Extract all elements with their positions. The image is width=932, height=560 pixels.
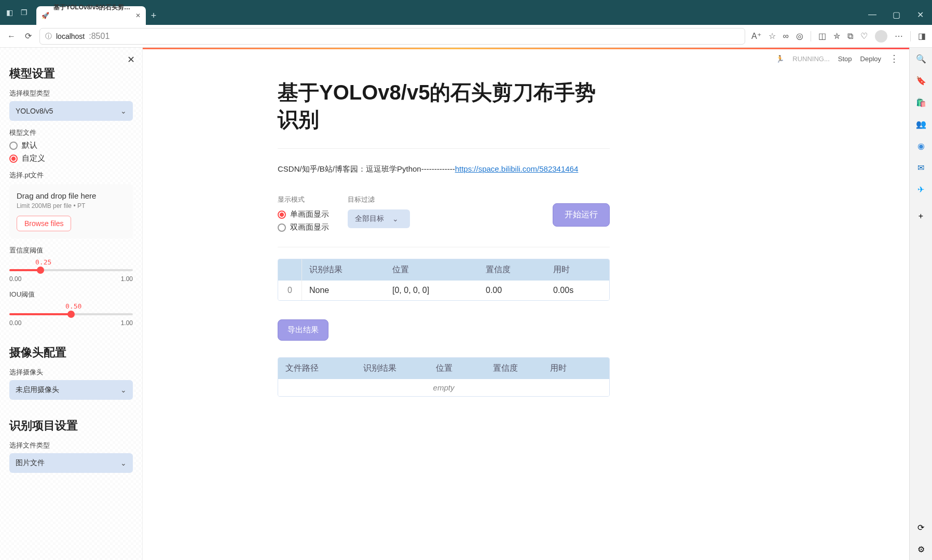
browser-tab[interactable]: 🚀 基于YOLOv8/v5的石头剪刀布手式 ✕ (36, 6, 146, 25)
minimize-icon[interactable]: — (860, 4, 884, 25)
copilot-icon[interactable]: ◉ (915, 140, 927, 151)
page-title: 基于YOLOv8/v5的石头剪刀布手势识别 (278, 79, 610, 133)
favorite-icon[interactable]: ☆ (769, 31, 776, 41)
settings-icon[interactable]: ⚙ (915, 543, 927, 555)
radio-default[interactable]: 默认 (9, 141, 133, 150)
profile-avatar[interactable] (875, 30, 887, 43)
search-icon[interactable]: 🔍 (915, 53, 927, 64)
th-result: 识别结果 (302, 259, 385, 281)
th-pos: 位置 (385, 259, 478, 281)
url-host: localhost (56, 32, 85, 40)
site-info-icon[interactable]: ⓘ (45, 32, 52, 41)
infinity-icon[interactable]: ∞ (783, 32, 789, 41)
td-time: 0.00s (546, 281, 603, 300)
conf-max: 1.00 (121, 275, 133, 283)
url-port: :8501 (89, 32, 109, 41)
radio-single-label: 单画面显示 (290, 209, 329, 219)
camera-select[interactable]: 未启用摄像头 ⌄ (9, 380, 133, 400)
meta-line: CSDN/知乎/B站/博客园：逗逗班学Python-------------ht… (278, 164, 610, 174)
customize-icon[interactable]: ⟳ (915, 522, 927, 533)
pt-file-label: 选择.pt文件 (9, 171, 133, 180)
td-result: None (302, 281, 385, 300)
deploy-button[interactable]: Deploy (860, 55, 881, 63)
th-conf2: 置信度 (486, 358, 543, 379)
sidebar-toggle-icon[interactable]: ◨ (918, 31, 926, 41)
radio-dual-view[interactable]: 双画面显示 (278, 222, 329, 232)
close-sidebar-icon[interactable]: ✕ (127, 54, 135, 65)
slider-thumb[interactable] (67, 311, 75, 318)
streamlit-app: ✕ 模型设置 选择模型类型 YOLOv8/v5 ⌄ 模型文件 默认 自定义 选择… (0, 48, 909, 560)
export-table: 文件路径 识别结果 位置 置信度 用时 empty (278, 357, 610, 397)
close-tab-icon[interactable]: ✕ (135, 12, 141, 19)
th-time: 用时 (546, 259, 603, 281)
table-empty: empty (278, 379, 609, 396)
menu-icon[interactable]: ⋮ (889, 53, 899, 64)
dropzone-title: Drag and drop file here (17, 191, 126, 200)
send-icon[interactable]: ✈ (915, 184, 927, 195)
more-icon[interactable]: ⋯ (895, 31, 903, 41)
results-table: 识别结果 位置 置信度 用时 0 None [0, 0, 0, 0] 0.00 … (278, 259, 610, 301)
td-pos: [0, 0, 0, 0] (385, 281, 478, 300)
model-type-select[interactable]: YOLOv8/v5 ⌄ (9, 101, 133, 121)
run-button[interactable]: 开始运行 (553, 203, 610, 227)
iou-value: 0.50 (65, 302, 133, 310)
outlook-icon[interactable]: ✉ (915, 162, 927, 173)
heart-icon[interactable]: ♡ (860, 31, 868, 41)
streamlit-topbar: 🏃 RUNNING... Stop Deploy ⋮ (776, 53, 899, 64)
iou-max: 1.00 (121, 319, 133, 327)
radio-single-view[interactable]: 单画面显示 (278, 209, 329, 219)
th-path: 文件路径 (278, 358, 356, 379)
conf-slider[interactable] (9, 269, 133, 271)
tag-icon[interactable]: 🔖 (915, 75, 927, 86)
workspace-icon[interactable]: ◧ (4, 7, 15, 18)
iou-slider[interactable] (9, 313, 133, 315)
radio-selected-icon (9, 155, 18, 163)
file-dropzone[interactable]: Drag and drop file here Limit 200MB per … (9, 184, 133, 239)
collections-icon[interactable]: ⧉ (847, 32, 853, 41)
read-aloud-icon[interactable]: A⁺ (751, 31, 761, 41)
dropzone-hint: Limit 200MB per file • PT (17, 202, 126, 209)
tab-title: 基于YOLOv8/v5的石头剪刀布手式 (53, 4, 131, 12)
window-titlebar: ◧ ❐ 🚀 基于YOLOv8/v5的石头剪刀布手式 ✕ + — ▢ ✕ (0, 0, 932, 25)
th-index (278, 259, 302, 281)
browse-files-button[interactable]: Browse files (17, 216, 71, 231)
meta-link[interactable]: https://space.bilibili.com/582341464 (455, 164, 579, 173)
th-pos2: 位置 (429, 358, 486, 379)
camera-label: 选择摄像头 (9, 368, 133, 377)
back-icon[interactable]: ← (6, 31, 17, 41)
slider-thumb[interactable] (37, 267, 44, 274)
model-type-label: 选择模型类型 (9, 89, 133, 98)
radio-selected-icon (278, 211, 286, 219)
radio-icon (278, 223, 286, 232)
filetype-value: 图片文件 (16, 458, 45, 468)
close-window-icon[interactable]: ✕ (908, 4, 932, 25)
browser-toolbar: ← ⟳ ⓘ localhost:8501 A⁺ ☆ ∞ ◎ ◫ ✮ ⧉ ♡ ⋯ … (0, 25, 932, 48)
main-content: 🏃 RUNNING... Stop Deploy ⋮ 基于YOLOv8/v5的石… (143, 48, 909, 560)
radio-custom-label: 自定义 (22, 153, 45, 163)
display-mode-label: 显示模式 (278, 195, 329, 204)
export-button[interactable]: 导出结果 (278, 319, 328, 341)
add-app-icon[interactable]: + (915, 211, 927, 222)
address-bar[interactable]: ⓘ localhost:8501 (39, 28, 745, 45)
target-filter-label: 目标过滤 (348, 195, 410, 204)
model-file-label: 模型文件 (9, 128, 133, 137)
radio-custom[interactable]: 自定义 (9, 153, 133, 163)
radio-dual-label: 双画面显示 (290, 222, 329, 232)
favorites-list-icon[interactable]: ✮ (833, 31, 840, 41)
chevron-down-icon: ⌄ (120, 459, 127, 467)
filetype-select[interactable]: 图片文件 ⌄ (9, 453, 133, 473)
tabs-icon[interactable]: ❐ (19, 7, 29, 18)
new-tab-button[interactable]: + (146, 6, 161, 25)
filetype-label: 选择文件类型 (9, 441, 133, 450)
iou-label: IOU阈值 (9, 290, 133, 299)
table-row: 0 None [0, 0, 0, 0] 0.00 0.00s (278, 281, 609, 300)
shopping-icon[interactable]: 🛍️ (915, 96, 927, 108)
refresh-icon[interactable]: ⟳ (23, 31, 33, 41)
split-icon[interactable]: ◫ (818, 31, 826, 41)
target-icon[interactable]: ◎ (796, 31, 803, 41)
th-result2: 识别结果 (356, 358, 429, 379)
stop-button[interactable]: Stop (838, 55, 852, 63)
maximize-icon[interactable]: ▢ (884, 4, 908, 25)
target-filter-select[interactable]: 全部目标 ⌄ (348, 209, 410, 228)
people-icon[interactable]: 👥 (915, 118, 927, 130)
